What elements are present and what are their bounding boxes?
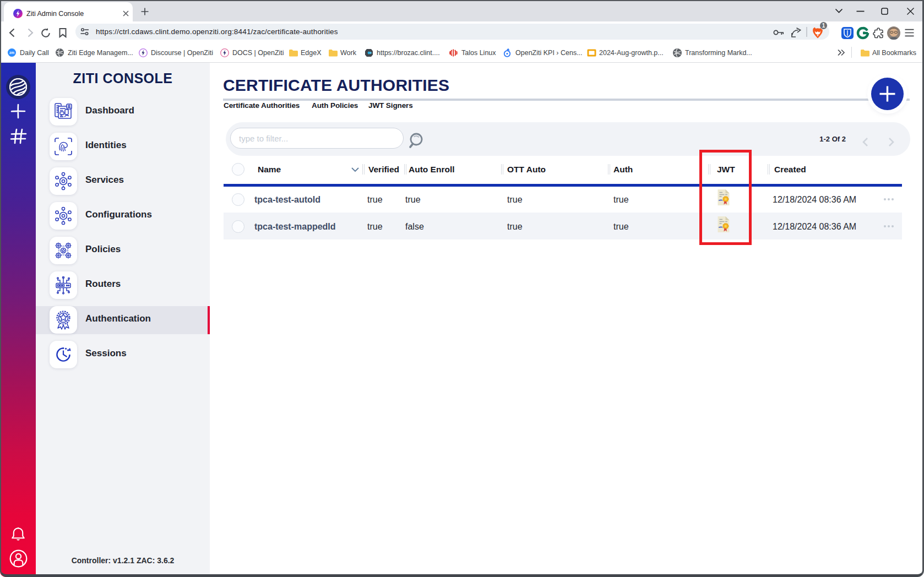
svg-text:zm: zm <box>9 51 14 55</box>
